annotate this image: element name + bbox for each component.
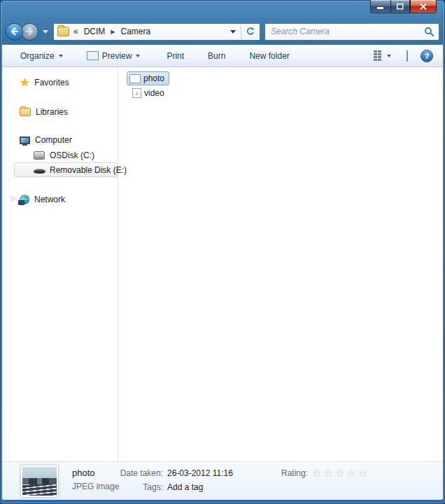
chevron-down-icon [230,30,236,34]
recent-pages-dropdown[interactable] [43,30,48,34]
address-bar[interactable]: « DCIM ▶ Camera [53,23,260,41]
photo-file-icon [129,74,141,83]
sidebar-item-label: OSDisk (C:) [50,150,94,160]
libraries-folder-icon [20,108,31,116]
organize-button[interactable]: Organize [15,48,69,64]
preview-pane-button[interactable] [404,48,411,64]
help-icon: ? [425,52,430,60]
client-area: Organize Preview Print Burn New folder [2,45,443,500]
photo-thumbnail [21,465,58,497]
thumbnail-sky [22,467,57,478]
close-icon [420,4,427,10]
organize-label: Organize [20,51,55,61]
maximize-button[interactable] [390,0,410,13]
sidebar-item-favorites[interactable]: ★ Favorites [20,76,69,90]
title-bar[interactable] [0,0,445,20]
details-pane: photo JPEG image Date taken: 26-03-2012 … [2,461,443,500]
file-name-label: video [144,88,164,98]
caption-buttons [370,0,437,13]
file-item-photo[interactable]: photo [127,71,169,85]
tags-label: Tags: [118,482,163,492]
thumbnail-buildings [22,478,57,485]
navigation-pane: ★ Favorites Libraries Computer OSDisk (C… [2,67,118,461]
sidebar-item-label: Removable Disk (E:) [50,165,127,175]
file-item-video[interactable]: ♪ video [129,86,169,100]
file-name-label: photo [143,74,164,83]
burn-label: Burn [208,51,225,61]
close-button[interactable] [410,0,437,13]
date-taken-label: Date taken: [118,468,163,478]
chevron-down-icon [387,55,391,57]
folder-icon[interactable] [57,27,69,36]
sidebar-item-label: Computer [35,135,72,145]
print-button[interactable]: Print [161,48,190,64]
breadcrumb-camera[interactable]: Camera [117,24,155,38]
new-folder-label: New folder [249,51,289,61]
sidebar-item-removable-disk[interactable]: Removable Disk (E:) [14,162,118,177]
toolbar-right-group: ? [369,47,433,64]
forward-arrow-icon [24,27,35,36]
file-list[interactable]: photo ♪ video [118,67,443,461]
command-bar: Organize Preview Print Burn New folder [2,45,443,67]
video-file-icon: ♪ [132,88,141,98]
sidebar-item-label: Network [34,195,65,204]
preview-pane-icon [407,50,408,62]
navigation-bar: « DCIM ▶ Camera [0,20,445,45]
computer-monitor-icon [20,136,30,144]
address-dropdown-button[interactable] [225,24,241,40]
minimize-button[interactable] [370,0,390,13]
breadcrumb-separator-icon[interactable]: ▶ [109,29,116,35]
preview-image-icon [87,51,99,60]
network-expander-icon[interactable]: ▷ [11,195,16,202]
rating-section: Rating: ☆☆☆☆☆ [281,468,369,478]
refresh-icon [246,27,255,36]
burn-button[interactable]: Burn [202,48,231,64]
breadcrumb-dcim[interactable]: DCIM [80,24,110,38]
search-input[interactable] [271,27,424,36]
hard-disk-icon [34,151,45,160]
sidebar-item-label: Favorites [34,78,69,88]
date-taken-value: 26-03-2012 11:16 [167,468,233,478]
back-arrow-icon [9,27,20,36]
search-icon [424,27,435,37]
explorer-window: « DCIM ▶ Camera [0,0,445,504]
help-button[interactable]: ? [421,50,433,62]
sidebar-item-network[interactable]: Network [20,192,65,206]
removable-disk-icon [34,169,45,174]
file-summary: photo JPEG image [72,468,119,491]
thumbnail-marina [22,484,57,496]
preview-button[interactable]: Preview [81,48,146,64]
new-folder-button[interactable]: New folder [243,48,295,64]
rating-stars[interactable]: ☆☆☆☆☆ [312,468,369,478]
search-box [264,23,439,41]
sidebar-item-libraries[interactable]: Libraries [20,105,68,119]
forward-button[interactable] [21,23,38,41]
sidebar-item-label: Libraries [36,107,68,117]
back-button[interactable] [6,23,23,41]
music-note-icon: ♪ [135,90,139,97]
favorites-star-icon: ★ [20,77,29,88]
breadcrumb-overflow-button[interactable]: « [71,25,80,38]
details-file-type: JPEG image [72,482,119,491]
rating-label: Rating: [281,468,308,478]
tags-add-field[interactable]: Add a tag [167,482,233,492]
preview-label: Preview [102,51,132,61]
details-properties: Date taken: 26-03-2012 11:16 Tags: Add a… [118,468,233,492]
network-globe-icon [20,195,29,204]
change-view-button[interactable] [369,47,395,64]
minimize-icon [377,4,384,10]
sidebar-item-osdisk[interactable]: OSDisk (C:) [34,148,94,162]
maximize-icon [397,4,404,10]
content-area: ★ Favorites Libraries Computer OSDisk (C… [2,67,443,461]
print-label: Print [167,51,184,61]
refresh-button[interactable] [241,24,260,40]
chevron-down-icon [59,55,63,57]
views-grid-icon [374,50,383,61]
chevron-down-icon [136,55,140,57]
details-file-name: photo [72,468,119,478]
sidebar-item-computer[interactable]: Computer [20,133,72,147]
